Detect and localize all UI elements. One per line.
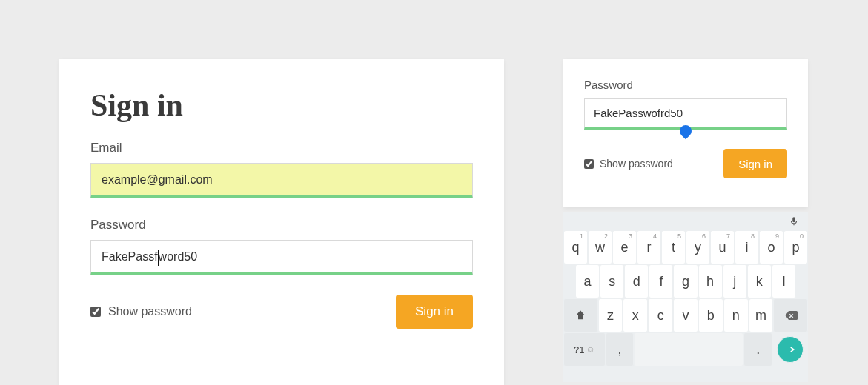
key-period[interactable]: . [743,332,772,366]
text-selection-handle-icon[interactable] [677,123,695,140]
page-title: Sign in [90,87,473,123]
email-field[interactable]: example@gmail.com [90,163,473,198]
key-w[interactable]: w2 [588,230,612,264]
key-s[interactable]: s [600,264,624,298]
mobile-show-password-toggle[interactable]: Show password [584,158,673,170]
key-c[interactable]: c [648,298,673,332]
password-value-pre: FakePassf [102,250,158,264]
key-l[interactable]: l [772,264,796,298]
password-field[interactable]: FakePassfword50 [90,240,473,275]
key-v[interactable]: v [673,298,698,332]
key-symbols[interactable]: ?1☺ [563,332,606,366]
signin-card: Sign in Email example@gmail.com Password… [59,59,504,385]
email-value: example@gmail.com [102,173,213,187]
key-i[interactable]: i8 [735,230,759,264]
key-z[interactable]: z [598,298,623,332]
key-r[interactable]: r4 [637,230,661,264]
key-m[interactable]: m [749,298,774,332]
key-backspace[interactable] [773,298,808,332]
key-e[interactable]: e3 [612,230,637,264]
mobile-password-value: FakePasswofrd50 [594,107,683,119]
key-n[interactable]: n [723,298,749,332]
key-b[interactable]: b [698,298,723,332]
password-label: Password [90,218,473,232]
show-password-label: Show password [108,305,192,318]
onscreen-keyboard: q1w2e3r4t5y6u7i8o9p0 asdfghjkl zxcvbnm ?… [563,212,808,382]
show-password-checkbox[interactable] [90,307,101,317]
signin-button[interactable]: Sign in [396,295,473,329]
key-p[interactable]: p0 [783,230,808,264]
mobile-show-password-checkbox[interactable] [584,159,594,169]
mobile-signin-button[interactable]: Sign in [723,149,787,178]
key-q[interactable]: q1 [563,230,588,264]
key-j[interactable]: j [723,264,747,298]
key-f[interactable]: f [649,264,673,298]
key-u[interactable]: u7 [710,230,735,264]
key-a[interactable]: a [575,264,600,298]
mic-icon[interactable] [789,216,799,227]
key-shift[interactable] [563,298,598,332]
key-k[interactable]: k [747,264,772,298]
key-enter[interactable] [777,336,804,363]
email-label: Email [90,141,473,155]
password-value-post: word50 [159,250,197,264]
key-space[interactable] [634,332,743,366]
key-t[interactable]: t5 [661,230,686,264]
key-comma[interactable]: , [606,332,635,366]
key-x[interactable]: x [623,298,648,332]
key-g[interactable]: g [673,264,698,298]
mobile-show-password-label: Show password [600,158,673,170]
key-h[interactable]: h [698,264,723,298]
mobile-password-field[interactable]: FakePasswofrd50 [584,98,787,130]
mobile-password-label: Password [584,78,787,91]
key-y[interactable]: y6 [686,230,710,264]
key-o[interactable]: o9 [759,230,783,264]
mobile-password-card: Password FakePasswofrd50 Show password S… [563,59,808,207]
show-password-toggle[interactable]: Show password [90,305,192,318]
key-d[interactable]: d [624,264,649,298]
